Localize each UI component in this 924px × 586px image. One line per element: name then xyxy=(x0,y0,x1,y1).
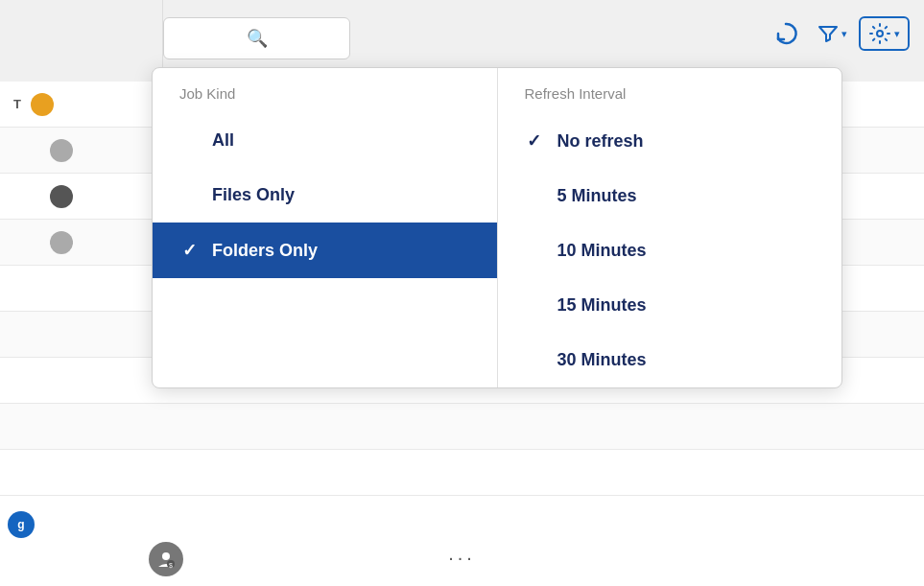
check-no-refresh: ✓ xyxy=(525,130,544,152)
refresh-5min-label: 5 Minutes xyxy=(557,186,816,206)
refresh-interval-header: Refresh Interval xyxy=(498,68,842,113)
job-kind-header: Job Kind xyxy=(153,68,497,113)
job-kind-all-label: All xyxy=(212,130,470,151)
avatar-gray2 xyxy=(50,231,73,254)
check-10min xyxy=(525,241,544,261)
refresh-10-min[interactable]: 10 Minutes xyxy=(498,223,842,278)
check-files xyxy=(179,185,199,205)
toolbar-right: ▾ ▾ xyxy=(767,14,910,53)
svg-point-1 xyxy=(162,552,170,560)
avatar-dark xyxy=(50,185,73,208)
dropdown-menu: Job Kind All Files Only ✓ Folders Only R… xyxy=(152,67,842,388)
refresh-10min-label: 10 Minutes xyxy=(557,241,816,261)
table-row xyxy=(0,450,924,496)
refresh-15min-label: 15 Minutes xyxy=(557,295,816,316)
filter-button[interactable]: ▾ xyxy=(811,16,853,51)
job-kind-column: Job Kind All Files Only ✓ Folders Only xyxy=(153,68,498,387)
search-icon: 🔍 xyxy=(247,28,268,49)
check-folders: ✓ xyxy=(179,240,199,261)
search-box[interactable]: 🔍 xyxy=(163,17,350,59)
job-kind-folders-only[interactable]: ✓ Folders Only xyxy=(153,223,497,278)
col-header-partial: T xyxy=(13,97,21,111)
bottom-avatar[interactable]: $ xyxy=(149,542,183,576)
refresh-no-refresh-label: No refresh xyxy=(557,131,816,152)
settings-button[interactable]: ▾ xyxy=(859,16,910,51)
job-kind-folders-label: Folders Only xyxy=(212,241,470,261)
check-all xyxy=(179,130,199,151)
sidebar-blue-icon[interactable]: g xyxy=(8,511,35,538)
svg-text:$: $ xyxy=(169,562,173,569)
check-5min xyxy=(525,186,544,206)
check-30min xyxy=(525,350,544,370)
refresh-30min-label: 30 Minutes xyxy=(557,350,816,370)
refresh-no-refresh[interactable]: ✓ No refresh xyxy=(498,113,842,169)
job-kind-files-label: Files Only xyxy=(212,185,470,205)
job-kind-files-only[interactable]: Files Only xyxy=(153,168,497,223)
filter-dropdown-arrow: ▾ xyxy=(841,28,847,40)
refresh-interval-column: Refresh Interval ✓ No refresh 5 Minutes … xyxy=(498,68,842,387)
job-kind-all[interactable]: All xyxy=(153,113,497,168)
avatar-gray1 xyxy=(50,139,73,162)
refresh-15-min[interactable]: 15 Minutes xyxy=(498,278,842,333)
refresh-30-min[interactable]: 30 Minutes xyxy=(498,333,842,387)
avatar-orange xyxy=(31,93,54,116)
settings-dropdown-arrow: ▾ xyxy=(894,28,900,40)
check-15min xyxy=(525,295,544,316)
svg-point-0 xyxy=(877,31,883,36)
refresh-button[interactable] xyxy=(767,14,805,53)
refresh-5-min[interactable]: 5 Minutes xyxy=(498,169,842,223)
more-options-dots[interactable]: ... xyxy=(448,543,476,565)
table-row xyxy=(0,404,924,450)
